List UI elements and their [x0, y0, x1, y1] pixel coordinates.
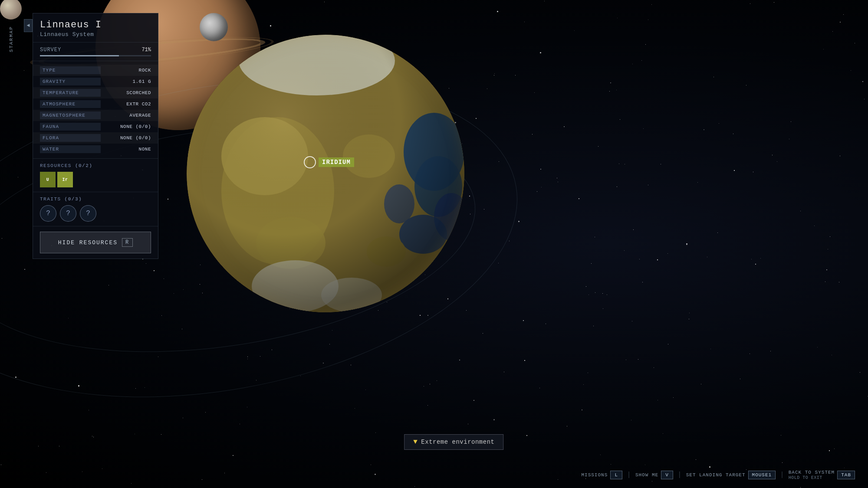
traits-label: TRAITS: [40, 197, 61, 202]
iridium-circle-icon: [304, 156, 316, 168]
main-planet: IRIDIUM: [187, 35, 464, 312]
extreme-environment-badge: ▼ Extreme environment: [404, 434, 503, 450]
svg-point-14: [187, 35, 464, 312]
resource-icon-item[interactable]: Ir: [57, 172, 73, 187]
resources-label: RESOURCES: [40, 163, 72, 168]
stat-value: SCORCHED: [126, 90, 151, 95]
stat-label: WATER: [40, 145, 101, 153]
stat-value: ROCK: [139, 68, 151, 73]
panel-header: Linnaeus I Linnaeus System: [33, 13, 158, 43]
planet-info-panel: Linnaeus I Linnaeus System SURVEY 71% TY…: [33, 13, 158, 259]
show-me-label: SHOW ME: [635, 472, 658, 478]
stat-value: NONE (0/0): [120, 135, 151, 141]
stat-row: WATERNONE: [33, 144, 158, 155]
stat-row: TYPEROCK: [33, 65, 158, 76]
planet-surface: [187, 35, 464, 312]
iridium-label: IRIDIUM: [319, 157, 354, 167]
trait-icons-container: ???: [40, 205, 151, 222]
stat-label: TYPE: [40, 66, 101, 74]
stat-row: GRAVITY1.61 G: [33, 76, 158, 87]
traits-count: (0/3): [65, 197, 82, 202]
stat-label: ATMOSPHERE: [40, 100, 101, 108]
set-landing-key[interactable]: MOUSE1: [748, 471, 776, 479]
stats-section: TYPEROCKGRAVITY1.61 GTEMPERATURESCORCHED…: [33, 61, 158, 159]
stat-row: FLORANONE (0/0): [33, 132, 158, 144]
back-sub-label: HOLD TO EXIT: [789, 475, 822, 480]
resources-section: RESOURCES (0/2) UIr: [33, 159, 158, 192]
stat-row: FAUNANONE (0/0): [33, 121, 158, 132]
survey-bar-background: [40, 55, 151, 56]
survey-label: SURVEY: [40, 47, 61, 53]
missions-toolbar-item: MISSIONS L: [581, 471, 622, 479]
stat-label: FAUNA: [40, 123, 101, 131]
stat-label: TEMPERATURE: [40, 89, 101, 97]
iridium-marker[interactable]: IRIDIUM: [304, 156, 354, 168]
traits-section: TRAITS (0/3) ???: [33, 192, 158, 226]
system-name: Linnaeus System: [40, 31, 151, 38]
hide-resources-button[interactable]: HIDE RESOURCES R: [40, 232, 151, 253]
trait-icon-item[interactable]: ?: [60, 205, 76, 222]
planet-name: Linnaeus I: [40, 20, 151, 30]
trait-icon-item[interactable]: ?: [40, 205, 56, 222]
extreme-badge-text: Extreme environment: [421, 439, 494, 445]
stat-value: NONE (0/0): [120, 124, 151, 129]
space-background: IRIDIUM ▼ Extreme environment ◄ STARMAP …: [0, 0, 868, 488]
starmap-label: STARMAP: [9, 26, 14, 52]
hide-resources-label: HIDE RESOURCES: [58, 239, 118, 246]
show-me-toolbar-item: SHOW ME V: [635, 471, 673, 479]
stat-label: FLORA: [40, 134, 101, 142]
resources-header: RESOURCES (0/2): [40, 163, 151, 168]
show-me-key[interactable]: V: [661, 471, 673, 479]
stat-value: EXTR CO2: [126, 102, 151, 107]
stat-row: ATMOSPHEREEXTR CO2: [33, 98, 158, 110]
back-to-system-container: BACK TO SYSTEM HOLD TO EXIT: [789, 470, 835, 480]
warning-icon: ▼: [413, 438, 418, 446]
hide-resources-key-badge: R: [122, 238, 133, 247]
stat-row: TEMPERATURESCORCHED: [33, 87, 158, 98]
set-landing-toolbar-item: SET LANDING TARGET MOUSE1: [686, 471, 776, 479]
stat-value: 1.61 G: [132, 79, 151, 84]
resources-count: (0/2): [75, 163, 93, 168]
back-label: BACK TO SYSTEM: [789, 470, 835, 475]
survey-percent: 71%: [141, 47, 151, 53]
resource-icons-container: UIr: [40, 172, 151, 187]
trait-icon-item[interactable]: ?: [80, 205, 96, 222]
missions-label: MISSIONS: [581, 472, 608, 478]
traits-header: TRAITS (0/3): [40, 197, 151, 202]
stat-value: NONE: [139, 147, 151, 152]
bottom-toolbar: MISSIONS L | SHOW ME V | SET LANDING TAR…: [581, 470, 855, 480]
stat-row: MAGNETOSPHEREAVERAGE: [33, 110, 158, 121]
stat-value: AVERAGE: [129, 113, 151, 118]
set-landing-label: SET LANDING TARGET: [686, 472, 746, 478]
back-to-system-toolbar-item: BACK TO SYSTEM HOLD TO EXIT TAB: [789, 470, 855, 480]
survey-section: SURVEY 71%: [33, 43, 158, 61]
stat-label: MAGNETOSPHERE: [40, 111, 101, 119]
missions-key[interactable]: L: [610, 471, 622, 479]
back-key[interactable]: TAB: [837, 471, 855, 479]
stat-label: GRAVITY: [40, 78, 101, 85]
survey-bar-fill: [40, 55, 119, 56]
collapse-panel-button[interactable]: ◄: [24, 19, 33, 32]
resource-icon-item[interactable]: U: [40, 172, 56, 187]
